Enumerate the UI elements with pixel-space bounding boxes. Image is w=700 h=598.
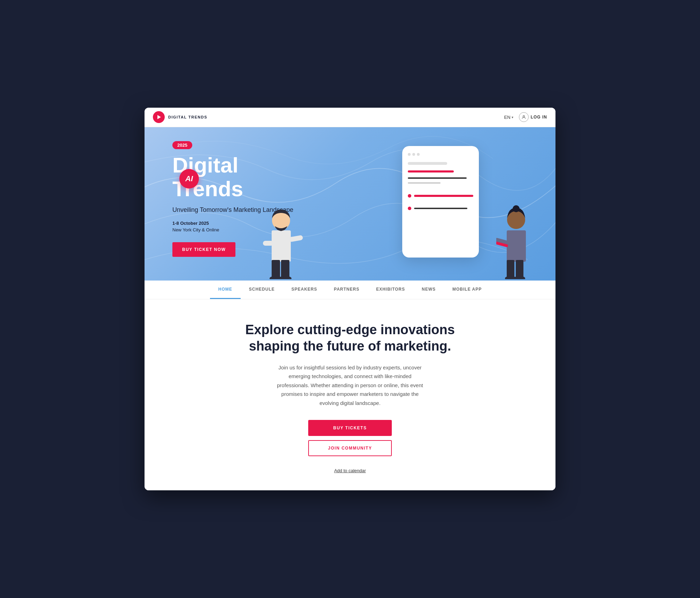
phone-row2 — [408, 207, 473, 210]
phone-status-dots — [408, 153, 473, 156]
phone-dark-line1 — [408, 177, 467, 179]
svg-point-19 — [514, 276, 525, 279]
svg-marker-0 — [157, 115, 161, 119]
phone-line2 — [408, 182, 441, 184]
add-to-calendar-button[interactable]: Add to calendar — [334, 468, 366, 473]
logo-icon — [153, 111, 165, 123]
phone-row1 — [408, 194, 473, 198]
person-right-svg — [496, 202, 538, 279]
year-badge: 2025 — [172, 141, 192, 149]
top-right-controls: EN ▾ LOG IN — [504, 112, 547, 122]
hero-banner: 2025 Digital Trends Unveiling Tomorrow's… — [145, 127, 555, 281]
phone-accent-line — [408, 170, 454, 172]
phone-dot-accent1 — [408, 194, 411, 198]
person-left-svg — [259, 202, 305, 279]
top-bar: DIGITAL TRENDS EN ▾ LOG IN — [145, 108, 555, 127]
login-label: LOG IN — [531, 115, 547, 120]
browser-window: DIGITAL TRENDS EN ▾ LOG IN — [145, 108, 555, 491]
nav-items: HOME SCHEDULE SPEAKERS PARTNERS EXHIBITO… — [210, 281, 490, 299]
phone-row-accent — [414, 195, 473, 197]
figure-right — [496, 202, 538, 281]
hero-content: 2025 Digital Trends Unveiling Tomorrow's… — [172, 141, 340, 257]
svg-point-9 — [279, 276, 291, 279]
hero-location: New York City & Online — [172, 227, 340, 232]
lang-label: EN — [504, 115, 511, 120]
play-icon — [156, 114, 162, 120]
logo-text: DIGITAL TRENDS — [168, 115, 207, 119]
hero-date: 1-8 October 2025 — [172, 221, 340, 226]
svg-point-1 — [523, 116, 524, 117]
phone-spacer — [408, 187, 473, 191]
phone-spacer2 — [408, 201, 473, 203]
figure-left — [259, 202, 305, 281]
chevron-down-icon: ▾ — [512, 115, 513, 119]
buy-ticket-button[interactable]: BUY TICKET NOW — [172, 242, 235, 257]
svg-rect-5 — [263, 241, 273, 246]
main-heading: Explore cutting-edge innovations shaping… — [232, 322, 468, 355]
join-community-button[interactable]: JOIN COMMUNITY — [308, 440, 392, 456]
nav-item-home[interactable]: HOME — [210, 281, 241, 299]
nav-item-exhibitors[interactable]: EXHIBITORS — [368, 281, 413, 299]
nav-item-mobile-app[interactable]: MOBILE APP — [444, 281, 490, 299]
phone-dot-accent2 — [408, 207, 411, 210]
nav-item-speakers[interactable]: SPEAKERS — [283, 281, 326, 299]
nav-bar: HOME SCHEDULE SPEAKERS PARTNERS EXHIBITO… — [145, 281, 555, 299]
hero-subtitle: Unveiling Tomorrow's Marketing Landscape — [172, 206, 340, 214]
language-selector[interactable]: EN ▾ — [504, 115, 513, 120]
main-content: Explore cutting-edge innovations shaping… — [145, 299, 555, 491]
main-description: Join us for insightful sessions led by i… — [273, 363, 427, 408]
nav-item-news[interactable]: NEWS — [413, 281, 444, 299]
buy-tickets-button[interactable]: BUY TICKETS — [308, 420, 392, 436]
ai-badge: AI — [179, 169, 199, 189]
phone-line-group1 — [414, 195, 473, 197]
phone-row-dark — [414, 208, 467, 209]
login-area[interactable]: LOG IN — [519, 112, 547, 122]
cta-button-group: BUY TICKETS JOIN COMMUNITY — [158, 420, 542, 456]
nav-item-schedule[interactable]: SCHEDULE — [241, 281, 283, 299]
phone-title-line — [408, 162, 447, 165]
phone-line-group2 — [414, 208, 473, 209]
nav-item-partners[interactable]: PARTNERS — [326, 281, 368, 299]
user-icon — [519, 112, 529, 122]
svg-rect-10 — [507, 230, 526, 262]
svg-rect-2 — [272, 230, 291, 262]
logo-area[interactable]: DIGITAL TRENDS — [153, 111, 207, 123]
phone-mockup — [402, 146, 479, 258]
svg-point-12 — [513, 205, 520, 212]
svg-rect-4 — [289, 235, 303, 242]
